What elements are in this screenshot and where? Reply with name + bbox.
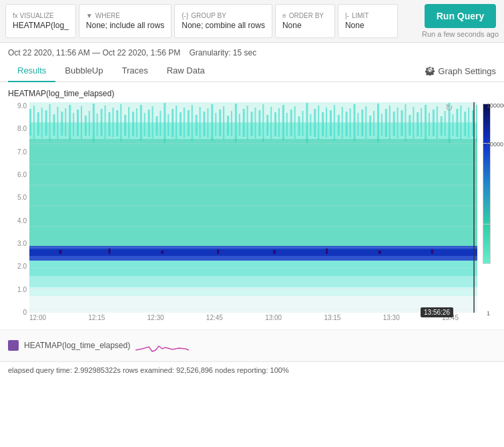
svg-rect-83 [346,112,348,136]
svg-rect-90 [373,111,374,136]
svg-rect-28 [128,107,130,138]
y-label-4: 4.0 [8,217,27,225]
svg-rect-5 [37,112,39,136]
svg-rect-16 [81,106,82,139]
limit-selector[interactable]: |- LIMIT None [338,4,398,38]
svg-rect-47 [204,112,206,136]
groupby-value: None; combine all rows [182,21,265,30]
summary-title: HEATMAP(log_time_elapsed) [24,341,130,350]
svg-rect-126 [379,251,381,254]
legend-label-1: 1 [487,310,490,317]
svg-rect-23 [108,112,110,136]
svg-rect-3 [29,109,31,136]
svg-rect-66 [278,108,280,137]
granularity-text: Granularity: 15 sec [190,48,257,57]
tab-rawdata[interactable]: Raw Data [158,60,214,82]
date-range-text: Oct 22 2020, 11:56 AM — Oct 22 2020, 1:5… [8,48,180,57]
groupby-label: {-} GROUP BY [182,12,265,19]
svg-rect-34 [152,106,154,138]
svg-rect-72 [302,111,304,136]
svg-rect-130 [29,286,477,313]
gear-icon [425,66,435,76]
svg-rect-8 [49,104,51,141]
svg-rect-9 [53,114,55,136]
svg-rect-14 [73,113,74,136]
limit-icon: |- [345,12,349,19]
svg-rect-108 [445,111,446,136]
svg-rect-120 [59,250,61,254]
svg-rect-43 [188,110,190,136]
chart-container: HEATMAP(log_time_elapsed) 9.0 8.0 7.0 6.… [0,82,504,329]
tab-results[interactable]: Results [8,60,55,82]
heatmap-area[interactable]: ↻ [29,102,477,329]
svg-rect-67 [282,105,284,140]
orderby-icon: ≡ [282,12,286,19]
y-label-8: 8.0 [8,125,27,132]
heatmap-visualization [29,102,477,313]
svg-rect-21 [101,109,103,136]
orderby-selector[interactable]: ≡ ORDER BY None [275,4,335,38]
mini-sparkline [136,335,189,355]
svg-rect-52 [223,106,224,139]
y-label-0: 0 [8,309,27,316]
svg-rect-59 [251,112,253,136]
toolbar: fx VISUALIZE HEATMAP(log_ ▼ WHERE None; … [0,0,504,43]
svg-rect-45 [196,115,198,136]
refresh-icon[interactable]: ↻ [445,102,453,113]
svg-rect-6 [41,108,43,138]
svg-rect-61 [258,110,260,136]
svg-rect-33 [148,110,150,137]
x-label-1330: 13:30 [383,314,400,321]
svg-rect-95 [393,112,395,136]
svg-rect-17 [85,116,87,136]
svg-rect-82 [342,107,343,138]
svg-rect-122 [161,251,164,254]
svg-rect-119 [29,249,477,256]
svg-rect-124 [273,250,276,254]
tab-traces[interactable]: Traces [112,60,157,82]
svg-rect-13 [69,105,71,140]
y-label-9: 9.0 [8,102,27,110]
legend-label-60k: 60000 [487,141,503,148]
svg-rect-54 [231,111,232,136]
graph-settings-button[interactable]: Graph Settings [425,66,496,76]
svg-rect-112 [460,106,461,140]
svg-rect-38 [168,114,169,136]
heatmap-wrapper: 9.0 8.0 7.0 6.0 5.0 4.0 3.0 2.0 1.0 0 ↻ [8,102,496,329]
svg-rect-127 [431,249,433,254]
legend-lightest [483,224,491,264]
summary-row: HEATMAP(log_time_elapsed) [0,329,504,361]
svg-rect-86 [357,113,358,136]
where-label: ▼ WHERE [86,12,164,19]
x-label-1245: 12:45 [206,314,223,321]
svg-rect-81 [338,115,340,136]
svg-rect-31 [140,105,142,140]
svg-rect-32 [144,113,146,136]
orderby-label: ≡ ORDER BY [282,12,328,19]
svg-rect-68 [286,113,288,136]
svg-rect-29 [132,112,134,136]
svg-rect-71 [298,116,300,136]
svg-rect-12 [65,108,66,136]
svg-rect-125 [326,249,328,254]
svg-rect-22 [104,106,105,139]
limit-value: None [345,21,391,30]
svg-rect-41 [180,112,182,136]
svg-rect-35 [156,116,158,136]
visualize-selector[interactable]: fx VISUALIZE HEATMAP(log_ [5,4,76,38]
legend-label-100k: 100000 [487,102,504,110]
where-selector[interactable]: ▼ WHERE None; include all rows [79,4,172,38]
tab-bubbleup[interactable]: BubbleUp [55,60,112,82]
svg-rect-113 [464,112,466,136]
svg-rect-106 [437,106,438,139]
svg-rect-42 [184,108,185,138]
svg-rect-101 [417,112,419,136]
groupby-selector[interactable]: {-} GROUP BY None; combine all rows [174,4,272,38]
date-range-bar: Oct 22 2020, 11:56 AM — Oct 22 2020, 1:5… [0,43,504,60]
run-query-button[interactable]: Run Query [425,4,497,28]
y-axis: 9.0 8.0 7.0 6.0 5.0 4.0 3.0 2.0 1.0 0 [8,102,29,329]
status-bar: elapsed query time: 2.992985322s rows ex… [0,361,504,378]
x-label-1300: 13:00 [265,314,282,321]
svg-rect-58 [247,106,248,140]
svg-rect-102 [421,108,422,137]
